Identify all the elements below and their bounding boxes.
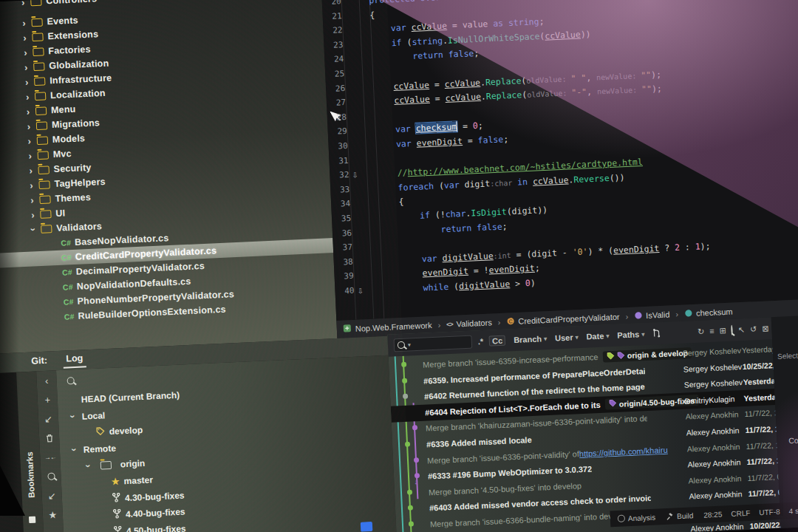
code-token: { <box>358 197 404 209</box>
code-token: oldValue: <box>526 75 571 85</box>
svg-text:C: C <box>508 318 512 324</box>
code-line[interactable]: { <box>358 197 404 209</box>
collapse-icon[interactable]: ⊞ <box>719 326 726 335</box>
code-line[interactable]: while (digitValue > 0) <box>361 278 536 296</box>
branch-badge[interactable]: origin & develop <box>603 347 692 362</box>
branch-item-head-current-branch-[interactable]: HEAD (Current Branch) <box>81 387 180 408</box>
code-line[interactable]: var evenDigit = false; <box>355 134 508 151</box>
filter-branch[interactable]: Branch▾ <box>514 334 547 344</box>
code-token: "" <box>641 83 652 95</box>
folder-icon <box>32 33 43 41</box>
code-token: ccValue <box>394 94 430 106</box>
chevron-right-icon: › <box>26 165 35 177</box>
analysis-status[interactable]: Analysis <box>618 513 656 522</box>
folder-icon <box>100 461 112 470</box>
tag-purple-icon <box>609 399 618 409</box>
refresh-icon[interactable]: ↻ <box>698 327 705 336</box>
file-item-label: BaseNopValidator.cs <box>75 233 169 248</box>
breadcrumb-item-checksum[interactable]: checksum <box>684 307 733 318</box>
code-line[interactable]: { <box>349 10 375 21</box>
code-token: ccValue <box>533 174 569 186</box>
code-line[interactable]: var checksum = 0; <box>354 120 483 137</box>
collapse-icon[interactable]: ‹ <box>36 370 57 390</box>
branch-item-local[interactable]: ›Local <box>68 407 105 425</box>
match-case-toggle[interactable]: Cc <box>489 335 506 347</box>
code-line[interactable]: protected override bool IsValid(Validati… <box>348 0 768 7</box>
code-editor[interactable]: 7 ext methods 7 exposing APIs 20 protect… <box>321 0 798 321</box>
code-token: ccValue <box>445 92 481 103</box>
log-search-input[interactable]: ▾ <box>394 335 473 352</box>
code-token: = <box>463 135 478 146</box>
branch-item-remote[interactable]: ›Remote <box>69 440 116 458</box>
chevron-down-icon: ▾ <box>641 331 644 338</box>
build-status[interactable]: Build <box>666 511 694 521</box>
class-icon: C <box>506 316 515 326</box>
code-token <box>361 268 423 282</box>
settings-icon[interactable]: ≡ <box>709 327 715 335</box>
breadcrumb-item-nop.web.framework[interactable]: Nop.Web.Framework <box>343 320 432 334</box>
code-line[interactable]: return false; <box>351 48 480 64</box>
search-icon[interactable] <box>41 466 61 486</box>
line-number: 40 <box>335 286 355 296</box>
breadcrumb-item-isvalid[interactable]: IsValid <box>634 310 670 321</box>
undo-icon[interactable]: ↺ <box>750 324 757 334</box>
intellisort-icon[interactable] <box>652 328 661 340</box>
badge-label: origin/4.50-bug-fixes <box>619 396 695 409</box>
tab-commit[interactable]: Commit <box>788 435 798 446</box>
csharp-file-icon: C# <box>64 297 74 307</box>
code-token: "-" <box>571 86 587 98</box>
status-item[interactable]: UTF-8 <box>759 507 780 516</box>
breadcrumb-item-validators[interactable]: <>Validators <box>446 318 492 329</box>
branch-item-develop[interactable]: develop <box>95 422 143 440</box>
taskbar-item[interactable] <box>361 522 373 532</box>
tree-item-label: Validators <box>56 221 102 233</box>
status-item[interactable]: CRLF <box>731 508 751 517</box>
regex-toggle[interactable]: .* <box>478 337 484 346</box>
filter-paths[interactable]: Paths▾ <box>617 330 644 340</box>
tree-item-label: Globalization <box>49 58 109 72</box>
branch-item-master[interactable]: ★master <box>111 471 153 490</box>
line-number: 28 <box>327 112 347 123</box>
find-icon[interactable] <box>732 326 734 335</box>
folder-icon <box>36 121 47 130</box>
code-token: > <box>510 278 525 289</box>
code-token: '0' <box>572 246 587 257</box>
tab-log[interactable]: Log <box>63 352 86 368</box>
pull-icon[interactable]: ↙ <box>38 409 58 429</box>
branch-icon <box>113 509 122 521</box>
add-icon[interactable]: + <box>37 389 58 409</box>
code-token: ()) <box>609 172 624 183</box>
commit-log-panel: ▾ .* Cc Branch▾User▾Date▾Paths▾ ↻≡⊞↖↺⊠ ↓… <box>387 317 780 532</box>
chevron-right-icon: › <box>21 61 31 73</box>
folder-icon <box>35 106 47 115</box>
code-token: // <box>356 168 408 180</box>
delete-icon[interactable] <box>39 428 60 448</box>
expand-icon[interactable]: ⊠ <box>762 324 769 333</box>
branch-search[interactable] <box>66 372 75 389</box>
chevron-right-icon: › <box>23 91 33 103</box>
details-placeholder: Select commit to view changes <box>777 346 798 361</box>
status-right-items: 28:25CRLFUTF-84 spaces <box>703 505 798 519</box>
merge-icon[interactable]: →← <box>40 447 61 467</box>
filter-date[interactable]: Date▾ <box>586 331 609 341</box>
breadcrumb-label: CreditCardPropertyValidator <box>518 313 620 326</box>
filter-user[interactable]: User▾ <box>555 332 579 342</box>
branch-item-origin[interactable]: ›origin <box>83 455 145 474</box>
code-line[interactable]: return false; <box>359 221 508 238</box>
line-number: 21 <box>322 11 342 21</box>
favorite-icon[interactable]: ★ <box>42 505 63 525</box>
folder-icon <box>39 195 50 204</box>
navigate-icon[interactable]: ↖ <box>738 324 746 334</box>
checkout-icon[interactable]: ↙ <box>41 485 62 505</box>
folder-icon <box>30 0 41 6</box>
tool-window-bookmarks[interactable]: Bookmarks <box>24 432 36 498</box>
status-item[interactable]: 4 spaces <box>788 505 798 515</box>
commit-link[interactable]: https://github.com/khairuzzaman/ <box>579 445 668 457</box>
folder-icon <box>33 62 44 71</box>
status-item[interactable]: 28:25 <box>703 510 723 519</box>
filter-label: Branch <box>514 334 542 344</box>
line-number: 22 <box>323 25 343 35</box>
line-number: 37 <box>333 242 353 253</box>
code-token: Replace <box>485 75 522 87</box>
code-token: false <box>477 134 503 146</box>
